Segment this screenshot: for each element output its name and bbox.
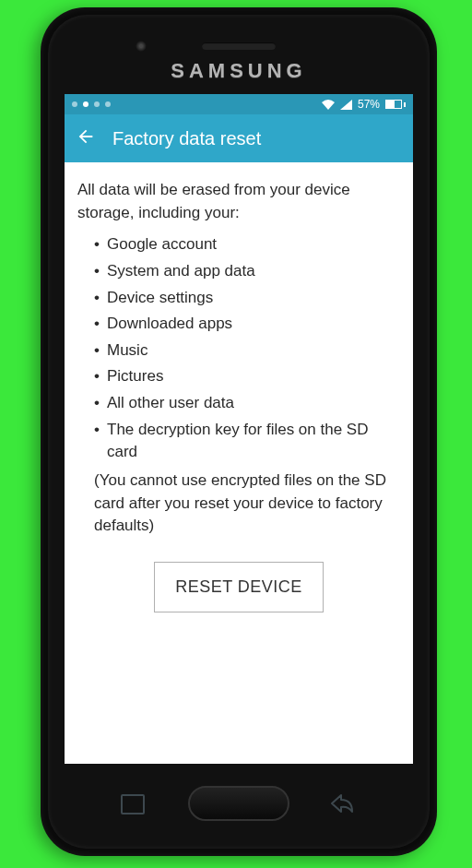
dot — [94, 101, 100, 107]
front-camera — [136, 41, 147, 52]
list-item: •System and app data — [94, 260, 400, 283]
status-bar: 57% — [65, 94, 413, 114]
signal-icon — [340, 100, 352, 110]
battery-percent: 57% — [358, 98, 380, 111]
reset-device-button[interactable]: RESET DEVICE — [154, 562, 324, 612]
intro-text: All data will be erased from your device… — [77, 179, 400, 224]
list-item: •Downloaded apps — [94, 313, 400, 336]
list-item: •Google account — [94, 233, 400, 256]
phone-frame: SAMSUNG 57% — [41, 7, 437, 856]
list-item: •All other user data — [94, 392, 400, 415]
list-item: •Pictures — [94, 365, 400, 388]
page-title: Factory data reset — [112, 128, 261, 149]
list-item: •Device settings — [94, 287, 400, 310]
sd-card-note: (You cannot use encrypted files on the S… — [94, 470, 400, 538]
back-capacitive-button[interactable] — [330, 793, 354, 814]
wifi-icon — [322, 100, 335, 110]
list-item-label: The decryption key for files on the SD c… — [107, 419, 400, 464]
bezel: SAMSUNG 57% — [48, 15, 430, 849]
content-area: All data will be erased from your device… — [65, 162, 413, 612]
app-bar: Factory data reset — [65, 114, 413, 162]
recents-capacitive-button[interactable] — [124, 797, 144, 814]
status-icons: 57% — [322, 98, 406, 111]
list-item-label: Music — [107, 339, 148, 363]
list-item-label: Device settings — [107, 287, 213, 310]
screen: 57% Factory data reset All data will be … — [65, 94, 413, 764]
back-icon[interactable] — [76, 126, 96, 150]
list-item-label: System and app data — [107, 260, 255, 283]
speaker-grille — [202, 42, 276, 50]
dot — [83, 101, 88, 107]
brand-logo: SAMSUNG — [48, 59, 430, 83]
page-indicator-dots — [72, 101, 111, 107]
list-item-label: Google account — [107, 233, 217, 256]
bullet-list: •Google account •System and app data •De… — [94, 233, 400, 464]
list-item-label: All other user data — [107, 392, 234, 415]
list-item-label: Pictures — [107, 365, 163, 388]
home-button[interactable] — [188, 786, 289, 821]
list-item-label: Downloaded apps — [107, 313, 232, 336]
dot — [105, 101, 111, 107]
list-item: •The decryption key for files on the SD … — [94, 419, 400, 464]
list-item: •Music — [94, 339, 400, 363]
battery-icon — [385, 100, 406, 109]
dot — [72, 101, 77, 107]
